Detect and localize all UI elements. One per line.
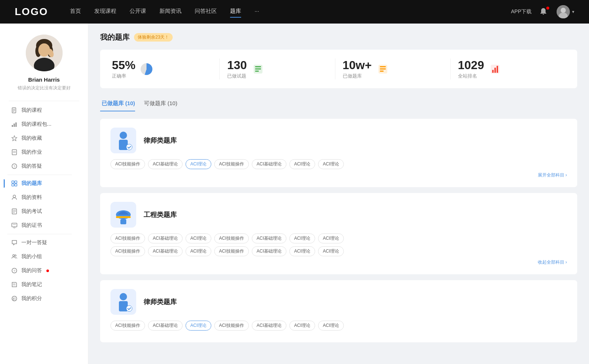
svg-point-36 — [13, 255, 15, 257]
notification-bell[interactable] — [539, 7, 549, 17]
svg-point-66 — [120, 303, 126, 308]
logo[interactable]: LOGO — [15, 6, 48, 18]
svg-point-58 — [120, 141, 126, 147]
top-navigation: LOGO 首页 发现课程 公开课 新闻资讯 问答社区 题库 ··· APP下载 … — [0, 0, 589, 24]
points-icon: 积 — [11, 295, 18, 302]
sidebar-label-homework: 我的作业 — [21, 149, 42, 156]
expand-link-lawyer[interactable]: 展开全部科目 › — [110, 172, 567, 178]
user-avatar-menu[interactable]: ▾ — [557, 5, 574, 18]
bank-card-lawyer-tags: ACI技能操作 ACI基础理论 ACI理论 ACI技能操作 ACI基础理论 AC… — [110, 159, 567, 169]
sidebar-item-questions-list[interactable]: ? 我的问答 — [4, 264, 84, 278]
sidebar-label-notes: 我的笔记 — [21, 281, 42, 288]
bank-card-lawyer-2: 律师类题库 ACI技能操作 ACI基础理论 ACI理论 ACI技能操作 ACI基… — [100, 280, 577, 342]
bank-card-lawyer: 律师类题库 ACI技能操作 ACI基础理论 ACI理论 ACI技能操作 ACI基… — [100, 119, 577, 187]
sidebar-item-points[interactable]: 积 我的积分 — [4, 292, 84, 306]
trial-badge: 体验剩余23天！ — [134, 33, 173, 42]
doc-icon — [11, 149, 18, 156]
nav-discover[interactable]: 发现课程 — [94, 8, 116, 16]
sidebar-item-groups[interactable]: 我的小组 — [4, 250, 84, 264]
svg-rect-50 — [380, 68, 386, 69]
nav-qa[interactable]: 问答社区 — [195, 8, 217, 16]
sidebar-label-questions: 我的题库 — [21, 180, 42, 187]
tag-item[interactable]: ACI理论 — [289, 159, 315, 169]
chart-icon — [11, 121, 18, 128]
tab-todo-banks[interactable]: 可做题库 (10) — [142, 97, 185, 111]
sidebar-item-one-on-one[interactable]: 一对一答疑 — [4, 236, 84, 250]
tag-item[interactable]: ACI理论 — [186, 246, 211, 256]
sidebar-item-exams[interactable]: 我的考试 — [4, 204, 84, 218]
nav-news[interactable]: 新闻资讯 — [159, 8, 181, 16]
tag-item[interactable]: ACI理论 — [289, 321, 315, 331]
tag-item[interactable]: ACI技能操作 — [110, 321, 145, 331]
tag-item[interactable]: ACI理论 — [318, 246, 344, 256]
tag-item[interactable]: ACI理论 — [318, 233, 344, 243]
person-icon — [11, 194, 18, 201]
sidebar-item-course-packages[interactable]: 我的课程包... — [4, 117, 84, 131]
sidebar-item-courses[interactable]: 我的课程 — [4, 103, 84, 117]
nav-questions[interactable]: 题库 — [230, 8, 241, 16]
tag-item[interactable]: ACI技能操作 — [214, 159, 249, 169]
tag-item[interactable]: ACI基础理论 — [252, 321, 286, 331]
tag-item[interactable]: ACI基础理论 — [148, 246, 183, 256]
tag-item[interactable]: ACI技能操作 — [110, 159, 145, 169]
stat-done-value: 130 — [227, 58, 247, 72]
nav-more[interactable]: ··· — [254, 8, 259, 16]
tag-item[interactable]: ACI基础理论 — [148, 321, 183, 331]
sidebar-item-certs[interactable]: 我的证书 — [4, 218, 84, 232]
tag-item[interactable]: ACI基础理论 — [148, 159, 183, 169]
star-icon — [11, 135, 18, 142]
tag-item[interactable]: ACI理论 — [318, 159, 344, 169]
tag-item[interactable]: ACI理论 — [289, 246, 315, 256]
bank-card-engineer-tags-1: ACI技能操作 ACI基础理论 ACI理论 ACI技能操作 ACI基础理论 AC… — [110, 233, 567, 243]
avatar — [557, 5, 570, 18]
paper-icon — [11, 208, 18, 215]
stat-done-questions: 130 已做试题 — [220, 58, 335, 79]
page-title: 我的题库 — [100, 32, 130, 42]
tag-item[interactable]: ACI技能操作 — [110, 233, 145, 243]
book-green-icon — [251, 63, 265, 76]
sidebar-label-questions-list: 我的问答 — [21, 267, 42, 274]
help-icon: ? — [11, 163, 18, 169]
profile-avatar — [26, 35, 63, 71]
svg-rect-27 — [15, 184, 17, 186]
tag-item[interactable]: ACI技能操作 — [214, 233, 249, 243]
sidebar-item-notes[interactable]: 我的笔记 — [4, 278, 84, 292]
tab-done-banks[interactable]: 已做题库 (10) — [100, 97, 142, 111]
group-icon — [11, 253, 18, 260]
svg-rect-16 — [14, 124, 15, 127]
main-content: 我的题库 体验剩余23天！ 55% 正确率 130 已做试题 — [88, 24, 589, 364]
sidebar-item-favorites[interactable]: 我的收藏 — [4, 131, 84, 145]
tag-item-active[interactable]: ACI理论 — [186, 321, 211, 331]
app-download-link[interactable]: APP下载 — [511, 8, 532, 15]
svg-rect-55 — [497, 66, 498, 73]
tag-item-active[interactable]: ACI理论 — [186, 159, 211, 169]
collapse-link-engineer[interactable]: 收起全部科目 › — [110, 259, 567, 265]
chat-icon — [11, 239, 18, 246]
nav-open-course[interactable]: 公开课 — [130, 8, 146, 16]
bank-card-lawyer-2-header: 律师类题库 — [110, 289, 567, 315]
sidebar-item-homework[interactable]: 我的作业 — [4, 145, 84, 159]
tag-item[interactable]: ACI基础理论 — [252, 233, 286, 243]
engineer-icon — [110, 202, 136, 228]
page-header: 我的题库 体验剩余23天！ — [100, 32, 577, 42]
tag-item[interactable]: ACI理论 — [289, 233, 315, 243]
tag-item[interactable]: ACI理论 — [186, 233, 211, 243]
svg-rect-47 — [255, 71, 259, 72]
bank-card-engineer-header: 工程类题库 — [110, 202, 567, 228]
sidebar-menu: 我的课程 我的课程包... 我的收藏 我的作业 — [0, 103, 88, 306]
sidebar-item-profile[interactable]: 我的资料 — [4, 190, 84, 204]
tag-item[interactable]: ACI基础理论 — [252, 159, 286, 169]
tag-item[interactable]: ACI技能操作 — [214, 246, 249, 256]
tag-item[interactable]: ACI理论 — [318, 321, 344, 331]
tag-item[interactable]: ACI基础理论 — [148, 233, 183, 243]
tag-item[interactable]: ACI技能操作 — [214, 321, 249, 331]
tag-item[interactable]: ACI基础理论 — [252, 246, 286, 256]
svg-point-1 — [561, 8, 566, 13]
nav-home[interactable]: 首页 — [70, 8, 81, 16]
tabs-bar: 已做题库 (10) 可做题库 (10) — [100, 97, 577, 111]
sidebar-divider-top — [9, 101, 79, 101]
sidebar-item-qa[interactable]: ? 我的答疑 — [4, 159, 84, 173]
bank-card-lawyer-2-tags: ACI技能操作 ACI基础理论 ACI理论 ACI技能操作 ACI基础理论 AC… — [110, 321, 567, 331]
sidebar-item-questions[interactable]: 我的题库 — [4, 176, 84, 190]
tag-item[interactable]: ACI技能操作 — [110, 246, 145, 256]
